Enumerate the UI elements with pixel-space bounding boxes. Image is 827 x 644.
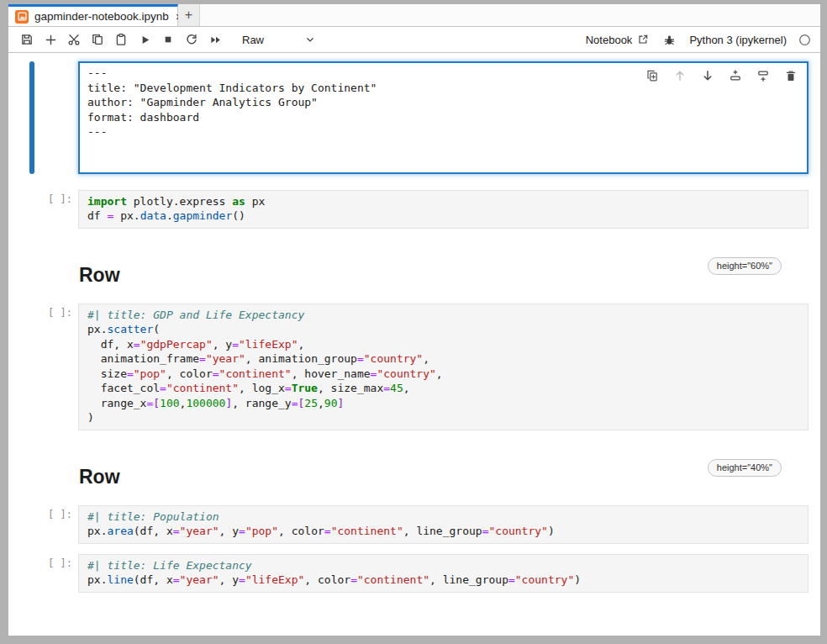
cell-type-select[interactable]: Raw <box>242 34 316 46</box>
token-str: "year" <box>206 352 245 365</box>
token-pl: df, x <box>87 338 134 351</box>
token-op: = <box>232 338 239 351</box>
cell-prompt <box>34 61 78 174</box>
token-op: = <box>160 382 166 394</box>
token-pl: px. <box>87 573 107 586</box>
token-pl: , <box>298 338 304 351</box>
code-line: range_x=[100,100000], range_y=[25,90] <box>87 396 801 411</box>
run-all-icon <box>208 34 223 46</box>
code-cell: [ ]:#| title: Life Expectancypx.line(df,… <box>29 554 809 593</box>
delete-cell-button[interactable] <box>784 69 798 82</box>
token-brk: ] <box>337 397 344 409</box>
token-pl: px. <box>87 525 107 537</box>
open-in-notebook-link[interactable]: Notebook <box>586 34 650 46</box>
move-cell-down-button[interactable] <box>701 69 714 82</box>
code-line: animation_frame="year", animation_group=… <box>87 351 801 367</box>
copy-cells-button[interactable] <box>86 29 109 50</box>
token-pl: , range_y <box>232 397 291 409</box>
height-badge: height="40%" <box>708 459 782 477</box>
token-str: "gdpPercap" <box>140 338 213 351</box>
code-cell: [ ]:#| title: GDP and Life Expectancypx.… <box>29 304 809 430</box>
token-prop: line <box>107 573 133 586</box>
token-kw: True <box>292 382 318 394</box>
token-pl: , line_group <box>429 573 508 586</box>
token-op: = <box>127 367 134 380</box>
interrupt-kernel-button[interactable] <box>156 29 180 50</box>
token-pl: , size_max <box>318 382 383 394</box>
restart-run-all-button[interactable] <box>203 29 227 50</box>
code-line: px.scatter( <box>87 322 801 337</box>
code-line: df = px.data.gapminder() <box>87 209 801 224</box>
token-op: = <box>292 397 298 409</box>
run-cell-button[interactable] <box>133 29 156 50</box>
cut-cells-button[interactable] <box>62 29 86 50</box>
cell-prompt: [ ]: <box>34 304 78 430</box>
new-tab-button[interactable]: + <box>178 4 200 26</box>
external-link-icon <box>637 34 649 45</box>
cell-editor[interactable]: #| title: Populationpx.area(df, x="year"… <box>78 505 809 544</box>
token-str: "continent" <box>219 367 292 380</box>
restart-icon <box>185 33 198 46</box>
code-line: df, x="gdpPercap", y="lifeExp", <box>87 337 801 352</box>
token-pl: author: "Gapminder Analytics Group" <box>87 96 318 108</box>
insert-cell-below-button[interactable] <box>756 69 770 82</box>
insert-cell-button[interactable] <box>39 29 62 50</box>
cell-editor[interactable]: import plotly.express as pxdf = px.data.… <box>78 190 809 229</box>
cell-prompt: [ ]: <box>34 190 78 229</box>
token-op: = <box>285 382 292 394</box>
save-button[interactable] <box>15 29 39 50</box>
cell-editor[interactable]: ---title: "Development Indicators by Con… <box>78 61 809 174</box>
token-pl: plotly.express <box>127 195 232 208</box>
token-kw: import <box>87 195 127 208</box>
duplicate-cell-button[interactable] <box>645 69 659 82</box>
jupyterlab-window: gapminder-notebook.ipynb × + <box>8 4 820 636</box>
cell-editor[interactable]: #| title: GDP and Life Expectancypx.scat… <box>78 304 809 430</box>
notebook-file-icon <box>15 10 29 24</box>
token-op: = <box>173 525 180 537</box>
token-op: = <box>199 352 206 365</box>
code-line: --- <box>87 124 800 140</box>
stop-icon <box>162 34 174 45</box>
bug-icon <box>663 34 676 46</box>
row-heading: Row <box>78 459 120 488</box>
raw-cell: ---title: "Development Indicators by Con… <box>29 61 809 174</box>
token-pl: , <box>436 367 443 380</box>
code-line: author: "Gapminder Analytics Group" <box>87 95 800 110</box>
code-line: ) <box>87 410 801 425</box>
token-str: "country" <box>377 367 435 380</box>
paste-cells-button[interactable] <box>109 29 133 50</box>
token-prop: area <box>107 525 133 537</box>
token-prop: gapminder <box>173 209 232 222</box>
code-line: px.line(df, x="year", y="lifeExp", color… <box>87 573 801 588</box>
notebook-glyph <box>18 12 27 21</box>
token-pl: ) <box>87 411 94 424</box>
kernel-status-icon[interactable] <box>798 34 811 46</box>
move-cell-up-button[interactable] <box>673 69 687 82</box>
token-pl: (df, x <box>134 573 173 586</box>
code-line: px.area(df, x="year", y="pop", color="co… <box>87 524 801 539</box>
debugger-button[interactable] <box>661 29 677 50</box>
cell-editor[interactable]: #| title: Life Expectancypx.line(df, x="… <box>78 554 809 593</box>
token-pl: --- <box>87 125 107 138</box>
token-pl: , y <box>219 525 239 537</box>
token-cmt: #| title: Life Expectancy <box>87 559 252 572</box>
kernel-name[interactable]: Python 3 (ipykernel) <box>689 34 787 46</box>
token-pl: , color <box>278 525 324 537</box>
insert-cell-above-button[interactable] <box>729 69 742 82</box>
token-str: "continent" <box>166 382 239 394</box>
token-pl: , hover_name <box>292 367 371 380</box>
code-cell: [ ]:#| title: Populationpx.area(df, x="y… <box>29 505 809 544</box>
token-pl: facet_col <box>87 382 160 394</box>
height-badge: height="60%" <box>708 257 782 275</box>
notebook-tab[interactable]: gapminder-notebook.ipynb × <box>8 4 178 26</box>
token-str: "lifeExp" <box>245 573 304 586</box>
token-prop: data <box>140 209 166 222</box>
token-cmt: #| title: GDP and Life Expectancy <box>87 309 304 321</box>
token-pl: , y <box>213 338 232 351</box>
token-pl: , animation_group <box>245 352 357 365</box>
token-op: = <box>350 573 357 586</box>
save-icon <box>20 33 34 46</box>
cell-type-value: Raw <box>242 34 264 46</box>
token-str: "lifeExp" <box>239 338 298 351</box>
restart-kernel-button[interactable] <box>180 29 203 50</box>
